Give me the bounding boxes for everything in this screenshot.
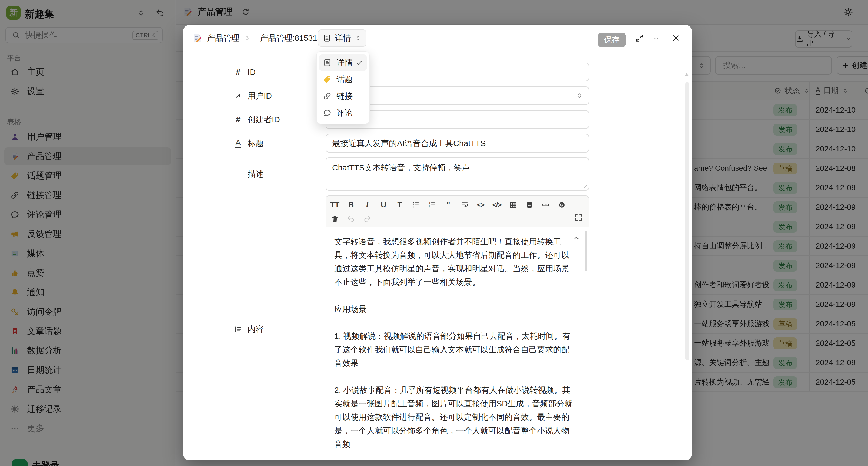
column-divider [862,295,862,314]
key-icon [10,307,20,317]
editor-underline-icon[interactable]: U [379,200,388,210]
scroll-up-arrow[interactable] [685,73,688,76]
docpencil-icon [10,152,20,161]
more-actions-icon[interactable] [652,35,660,41]
sidebar-item-访问令牌[interactable]: 访问令牌 [4,303,171,321]
column-divider [809,373,810,392]
column-divider [862,100,862,119]
app-logo[interactable]: 新 [6,6,21,20]
view-option-label: 评论 [336,107,353,119]
row-date: 2024-12-09 [815,236,856,256]
editor-hard-wrap-icon[interactable] [460,200,469,210]
sidebar-item-数据分析[interactable]: 数据分析 [4,342,171,360]
sidebar-item-点赞[interactable]: 点赞 [4,264,171,282]
sidebar-item-反馈管理[interactable]: 反馈管理 [4,225,171,243]
import-export-button[interactable]: 导入 / 导出 [795,30,852,47]
sidebar-item-产品管理[interactable]: 产品管理 [4,147,171,165]
login-avatar[interactable] [12,459,28,466]
view-switch-button[interactable]: 详情 [318,29,367,47]
editor-preview-icon[interactable] [557,200,567,210]
row-date: 2024-12-09 [815,198,856,217]
resize-handle[interactable] [582,184,587,189]
sidebar-item-label: 话题管理 [27,170,62,182]
view-option-评论[interactable]: 评论 [319,104,367,121]
sidebar-item-媒体[interactable]: 媒体 [4,244,171,262]
sidebar-item-迁移记录[interactable]: 迁移记录 [4,400,171,418]
view-option-详情[interactable]: 详情 [319,54,367,71]
tab-product-management[interactable]: 产品管理 [182,6,250,18]
field-input-标题[interactable]: 最接近真人发声的AI语音合成工具ChatTTS [326,134,589,153]
status-badge: 发布 [773,143,797,155]
editor-table-icon[interactable] [508,200,518,210]
sidebar-item-主页[interactable]: 主页 [4,63,171,81]
field-value: ChatTTS文本转语音，支持停顿，笑声 [332,162,470,173]
sidebar-item-日期统计[interactable]: 日期统计 [4,361,171,379]
editor-strikethrough-icon[interactable]: T [395,200,405,210]
tab-label: 产品管理 [198,6,232,18]
settings-gear-icon[interactable] [843,7,854,17]
sidebar-item-评论管理[interactable]: 评论管理 [4,206,171,224]
editor-quote-icon[interactable]: " [443,200,453,210]
row-desc-fragment [694,100,769,119]
status-badge: 发布 [773,182,797,194]
breadcrumb-root[interactable]: 产品管理 [207,33,240,44]
editor-redo-icon[interactable] [362,214,372,224]
view-switch-label: 详情 [335,33,351,44]
rocket-icon [10,385,20,394]
login-label[interactable]: 去登录 [32,460,59,466]
editor-inline-code-icon[interactable]: <> [476,200,486,210]
expand-record-icon[interactable] [635,33,644,43]
breadcrumb-record[interactable]: 产品管理:815315 [260,33,321,44]
editor-font-size-icon[interactable]: TT [330,200,340,210]
editor-bold-icon[interactable]: B [346,200,356,210]
row-date: 2024-12-05 [815,314,856,333]
sidebar-item-设置[interactable]: 设置 [4,82,171,100]
field-label-text: ID [248,67,256,77]
sidebar-item-文章话题[interactable]: 文章话题 [4,322,171,340]
refresh-icon[interactable] [242,8,250,16]
column-header-status[interactable]: 状态 [774,81,810,100]
fullscreen-icon[interactable] [574,213,583,222]
column-header-date[interactable]: A 日期 [815,81,849,100]
sidebar-item-话题管理[interactable]: 话题管理 [4,167,171,185]
sidebar-item-链接管理[interactable]: 链接管理 [4,186,171,204]
column-header-extra[interactable] [864,81,868,100]
collapse-sidebar-icon[interactable] [156,8,165,17]
sort-icon[interactable] [842,87,849,94]
view-option-链接[interactable]: 链接 [319,88,367,104]
sidebar-item-通知[interactable]: 通知 [4,284,171,301]
modal-scrollbar[interactable] [685,82,689,360]
editor-ordered-list-icon[interactable]: 123 [427,200,437,210]
sidebar: 新 新趣集 快捷操作 CTRLK 平台主页设置表格用户管理产品管理话题管理链接管… [0,0,175,466]
sidebar-item-更多[interactable]: 更多 [4,420,171,437]
row-date: 2024-12-10 [815,120,856,139]
workspace-switch-icon[interactable] [137,9,145,17]
field-label: 描述 [234,168,264,179]
sort-icon[interactable] [803,87,810,94]
editor-image-icon[interactable] [525,200,534,210]
editor-italic-icon[interactable]: I [362,200,372,210]
save-button[interactable]: 保存 [598,33,626,47]
editor-undo-icon[interactable] [346,214,356,224]
select-chevron-icon [576,92,583,100]
date-column-label: 日期 [824,86,839,96]
editor-link-icon[interactable] [541,200,551,210]
editor-code-block-icon[interactable]: </> [492,200,502,210]
view-option-话题[interactable]: 话题 [319,71,367,88]
row-desc-fragment: 片转换为视频。无需经验 [694,373,769,392]
quick-action-search[interactable]: 快捷操作 CTRLK [5,27,163,43]
column-divider [809,198,810,217]
sidebar-item-产品文章[interactable]: 产品文章 [4,381,171,399]
editor-delete-icon[interactable] [330,214,340,224]
sidebar-item-label: 文章话题 [27,325,62,337]
create-button[interactable]: 创建 [837,56,868,74]
close-icon[interactable] [671,33,680,43]
collapse-chevron-icon[interactable] [572,234,581,242]
editor-scrollbar[interactable] [585,231,587,271]
sidebar-item-用户管理[interactable]: 用户管理 [4,128,171,146]
field-textarea-描述[interactable]: ChatTTS文本转语音，支持停顿，笑声 [326,157,589,191]
editor-content[interactable]: 文字转语音，我想很多视频创作者并不陌生吧！直接使用转换工具，将文本转换为音频，可… [326,228,589,460]
editor-bullet-list-icon[interactable] [411,200,421,210]
table-search-input[interactable]: 搜索... [715,56,832,74]
sidebar-item-label: 更多 [27,423,44,434]
